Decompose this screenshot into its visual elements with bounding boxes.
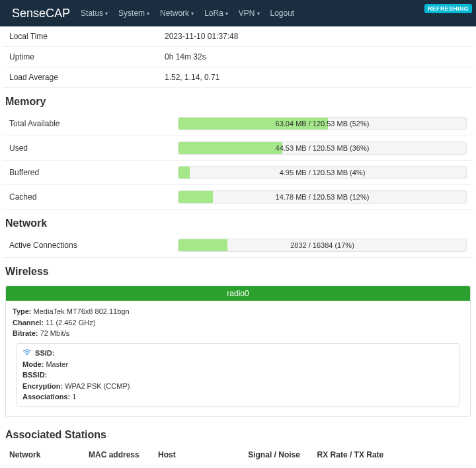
radio-header: radio0 — [6, 286, 470, 301]
status-table: Local Time 2023-11-10 01:37:48 Uptime 0h… — [3, 26, 473, 88]
col-network: Network — [3, 445, 82, 465]
progress-text: 63.04 MB / 120.53 MB (52%) — [178, 118, 466, 130]
caret-icon: ▾ — [105, 11, 108, 17]
progress-cell: 2832 / 16384 (17%) — [171, 233, 473, 258]
assoc-table: Network MAC address Host Signal / Noise … — [3, 445, 473, 468]
progress-text: 2832 / 16384 (17%) — [178, 239, 466, 251]
table-row: 🌐 Master (wlan0) ▂▄▆-44 dBm 72.2 Mbit/s,… — [3, 465, 473, 468]
value: 2023-11-10 01:37:48 — [158, 26, 473, 47]
refresh-badge[interactable]: REFRESHING — [424, 4, 472, 13]
cell-action: Disconnect — [410, 465, 473, 468]
col-rate: RX Rate / TX Rate — [311, 445, 410, 465]
label: Cached — [3, 185, 171, 210]
radio-body: Type: MediaTek MT76x8 802.11bgn Channel:… — [6, 301, 470, 416]
table-row: Cached14.78 MB / 120.53 MB (12%) — [3, 185, 473, 210]
progress-bar: 14.78 MB / 120.53 MB (12%) — [178, 190, 467, 204]
label: Uptime — [3, 47, 158, 67]
progress-cell: 4.95 MB / 120.53 MB (4%) — [171, 161, 473, 185]
navbar: SenseCAP Status▾ System▾ Network▾ LoRa▾ … — [0, 0, 476, 26]
row-uptime: Uptime 0h 14m 32s — [3, 47, 473, 67]
wifi-icon — [22, 348, 32, 359]
nav-vpn[interactable]: VPN▾ — [233, 9, 265, 18]
memory-heading: Memory — [3, 88, 473, 112]
ssid-box: SSID: Mode: Master BSSID: Encryption: WP… — [17, 343, 459, 407]
progress-bar: 44.53 MB / 120.53 MB (36%) — [178, 141, 467, 155]
progress-text: 4.95 MB / 120.53 MB (4%) — [178, 167, 466, 178]
wireless-heading: Wireless — [3, 258, 473, 282]
col-action — [410, 445, 473, 465]
memory-table: Total Available63.04 MB / 120.53 MB (52%… — [3, 112, 473, 210]
progress-cell: 44.53 MB / 120.53 MB (36%) — [171, 136, 473, 161]
nav-lora[interactable]: LoRa▾ — [199, 9, 233, 18]
nav-status[interactable]: Status▾ — [75, 9, 113, 18]
value: 0h 14m 32s — [158, 47, 473, 67]
table-header: Network MAC address Host Signal / Noise … — [3, 445, 473, 465]
cell-network: 🌐 Master (wlan0) — [3, 465, 82, 468]
value: 1.52, 1.14, 0.71 — [158, 67, 473, 88]
table-row: Total Available63.04 MB / 120.53 MB (52%… — [3, 112, 473, 136]
row-localtime: Local Time 2023-11-10 01:37:48 — [3, 26, 473, 47]
col-host: Host — [151, 445, 241, 465]
progress-text: 14.78 MB / 120.53 MB (12%) — [178, 191, 466, 203]
cell-mac — [82, 465, 151, 468]
caret-icon: ▾ — [191, 11, 194, 17]
label: Load Average — [3, 67, 158, 88]
svg-point-0 — [26, 354, 28, 356]
label: Local Time — [3, 26, 158, 47]
network-table: Active Connections2832 / 16384 (17%) — [3, 233, 473, 258]
cell-rate: 72.2 Mbit/s, 20 MHz, MCS 7, Short GI 72.… — [311, 465, 410, 468]
caret-icon: ▾ — [225, 11, 228, 17]
progress-cell: 63.04 MB / 120.53 MB (52%) — [171, 112, 473, 136]
nav-network[interactable]: Network▾ — [155, 9, 199, 18]
label: Active Connections — [3, 233, 171, 258]
progress-bar: 4.95 MB / 120.53 MB (4%) — [178, 166, 467, 179]
progress-bar: 2832 / 16384 (17%) — [178, 239, 467, 252]
wireless-box: radio0 Type: MediaTek MT76x8 802.11bgn C… — [5, 286, 471, 417]
table-row: Active Connections2832 / 16384 (17%) — [3, 233, 473, 258]
col-mac: MAC address — [82, 445, 151, 465]
network-heading: Network — [3, 210, 473, 233]
brand: SenseCAP — [7, 7, 75, 20]
nav-system[interactable]: System▾ — [113, 9, 155, 18]
nav-logout[interactable]: Logout — [265, 9, 300, 18]
nav-menu: Status▾ System▾ Network▾ LoRa▾ VPN▾ Logo… — [75, 9, 299, 18]
cell-host — [151, 465, 241, 468]
label: Used — [3, 136, 171, 161]
col-signal: Signal / Noise — [241, 445, 310, 465]
label: Buffered — [3, 161, 171, 185]
progress-text: 44.53 MB / 120.53 MB (36%) — [178, 142, 466, 154]
progress-bar: 63.04 MB / 120.53 MB (52%) — [178, 117, 467, 130]
row-loadavg: Load Average 1.52, 1.14, 0.71 — [3, 67, 473, 88]
progress-cell: 14.78 MB / 120.53 MB (12%) — [171, 185, 473, 210]
assoc-heading: Associated Stations — [3, 421, 473, 445]
table-row: Buffered4.95 MB / 120.53 MB (4%) — [3, 161, 473, 185]
table-row: Used44.53 MB / 120.53 MB (36%) — [3, 136, 473, 161]
caret-icon: ▾ — [257, 11, 260, 17]
label: Total Available — [3, 112, 171, 136]
caret-icon: ▾ — [147, 11, 149, 17]
cell-signal: ▂▄▆-44 dBm — [241, 465, 310, 468]
